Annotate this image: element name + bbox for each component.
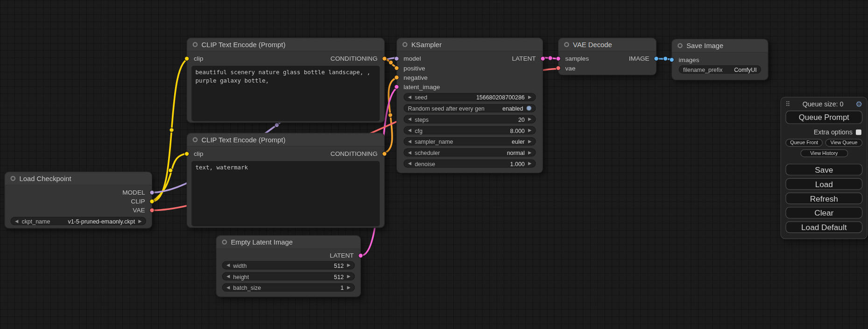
collapse-dot-icon[interactable] (222, 239, 227, 245)
prompt-text-area[interactable]: text, watermark (191, 161, 380, 226)
node-graph-canvas[interactable]: Load Checkpoint MODEL CLIP VAE ◀ ckpt_na… (0, 0, 868, 329)
decrement-icon[interactable]: ◀ (408, 117, 411, 122)
widget-steps[interactable]: ◀ steps 20 ▶ (403, 115, 536, 124)
widget-value: euler (512, 138, 525, 145)
node-title-bar[interactable]: Load Checkpoint (5, 172, 152, 185)
input-dot-images[interactable] (669, 57, 674, 62)
input-dot-clip[interactable] (184, 56, 190, 61)
increment-icon[interactable]: ▶ (528, 161, 531, 166)
widget-cfg[interactable]: ◀ cfg 8.000 ▶ (403, 126, 536, 134)
input-dot-samples[interactable] (556, 56, 561, 61)
slot-label: LATENT (330, 252, 353, 259)
slot-label: VAE (133, 207, 145, 213)
decrement-icon[interactable]: ◀ (408, 95, 411, 100)
output-dot-image[interactable] (654, 56, 659, 61)
increment-icon[interactable]: ▶ (528, 139, 531, 144)
widget-seed[interactable]: ◀ seed 156680208700286 ▶ (403, 93, 536, 101)
input-dot-positive[interactable] (394, 65, 399, 70)
queue-front-button[interactable]: Queue Front (785, 139, 822, 147)
toggle-icon[interactable] (527, 105, 532, 111)
node-title-bar[interactable]: VAE Decode (558, 38, 656, 51)
input-dot-latent-image[interactable] (394, 84, 399, 89)
widget-label: denoise (415, 160, 435, 167)
view-history-button[interactable]: View History (800, 149, 848, 157)
link-midpoint-dot (275, 123, 279, 127)
save-button[interactable]: Save (785, 164, 862, 175)
decrement-icon[interactable]: ◀ (408, 161, 411, 166)
decrement-icon[interactable]: ◀ (15, 218, 18, 224)
decrement-icon[interactable]: ◀ (408, 150, 411, 155)
input-dot-vae[interactable] (556, 65, 561, 70)
widget-label: sampler_name (415, 138, 453, 145)
queue-prompt-button[interactable]: Queue Prompt (785, 111, 862, 124)
view-queue-button[interactable]: View Queue (826, 139, 862, 147)
decrement-icon[interactable]: ◀ (408, 128, 411, 133)
collapse-dot-icon[interactable] (564, 42, 569, 47)
collapse-dot-icon[interactable] (193, 137, 198, 142)
widget-width[interactable]: ◀ width 512 ▶ (222, 261, 355, 270)
increment-icon[interactable]: ▶ (347, 274, 350, 279)
widget-value: 1 (340, 284, 344, 291)
clear-button[interactable]: Clear (785, 207, 862, 218)
widget-random-seed[interactable]: Random seed after every gen enabled (403, 104, 536, 112)
widget-batch-size[interactable]: ◀ batch_size 1 ▶ (222, 283, 355, 292)
collapse-dot-icon[interactable] (677, 43, 683, 48)
widget-sampler-name[interactable]: ◀ sampler_name euler ▶ (403, 137, 536, 146)
decrement-icon[interactable]: ◀ (226, 274, 230, 279)
output-dot-latent[interactable] (540, 56, 545, 61)
widget-ckpt-name[interactable]: ◀ ckpt_name v1-5-pruned-emaonly.ckpt ▶ (11, 217, 146, 225)
increment-icon[interactable]: ▶ (528, 150, 531, 155)
load-default-button[interactable]: Load Default (785, 221, 862, 233)
output-dot-vae[interactable] (149, 208, 155, 213)
slot-row: latent_image (397, 82, 543, 91)
node-clip-text-encode-positive[interactable]: CLIP Text Encode (Prompt) clip CONDITION… (187, 38, 385, 123)
widget-label: ckpt_name (21, 218, 50, 224)
node-save-image[interactable]: Save Image images filename_prefix ComfyU… (671, 39, 768, 80)
input-dot-clip[interactable] (184, 151, 190, 156)
node-title-bar[interactable]: CLIP Text Encode (Prompt) (187, 38, 384, 51)
node-load-checkpoint[interactable]: Load Checkpoint MODEL CLIP VAE ◀ ckpt_na… (4, 172, 152, 229)
prompt-text-area[interactable]: beautiful scenery nature glass bottle la… (191, 66, 380, 121)
refresh-button[interactable]: Refresh (785, 193, 862, 204)
widget-filename-prefix[interactable]: filename_prefix ComfyUI (679, 65, 762, 74)
increment-icon[interactable]: ▶ (347, 263, 350, 268)
node-vae-decode[interactable]: VAE Decode samples IMAGE vae (558, 38, 656, 76)
settings-gear-icon[interactable]: ⚙ (855, 99, 862, 108)
node-empty-latent-image[interactable]: Empty Latent Image LATENT ◀ width 512 ▶ … (216, 235, 361, 297)
collapse-dot-icon[interactable] (402, 42, 408, 47)
node-title-bar[interactable]: Save Image (672, 39, 768, 52)
increment-icon[interactable]: ▶ (347, 285, 350, 290)
node-title-bar[interactable]: KSampler (397, 38, 543, 51)
decrement-icon[interactable]: ◀ (226, 285, 230, 290)
widget-scheduler[interactable]: ◀ scheduler normal ▶ (403, 148, 536, 157)
menu-header: ⠿ Queue size: 0 ⚙ (781, 98, 867, 109)
output-dot-latent[interactable] (358, 253, 363, 258)
node-ksampler[interactable]: KSampler model LATENT positive negative … (396, 38, 543, 173)
output-dot-conditioning[interactable] (382, 56, 387, 61)
decrement-icon[interactable]: ◀ (408, 139, 411, 144)
output-dot-model[interactable] (149, 190, 155, 195)
increment-icon[interactable]: ▶ (138, 218, 141, 224)
slot-row: positive (397, 63, 543, 72)
widget-height[interactable]: ◀ height 512 ▶ (222, 272, 355, 280)
extra-options-checkbox[interactable] (856, 129, 861, 135)
widget-denoise[interactable]: ◀ denoise 1.000 ▶ (403, 159, 536, 168)
collapse-dot-icon[interactable] (193, 42, 198, 47)
drag-handle-icon[interactable]: ⠿ (785, 100, 790, 108)
input-dot-negative[interactable] (394, 75, 399, 80)
increment-icon[interactable]: ▶ (528, 117, 531, 122)
load-button[interactable]: Load (785, 178, 862, 190)
node-title-bar[interactable]: CLIP Text Encode (Prompt) (187, 133, 384, 147)
increment-icon[interactable]: ▶ (528, 95, 531, 100)
increment-icon[interactable]: ▶ (528, 128, 531, 133)
node-clip-text-encode-negative[interactable]: CLIP Text Encode (Prompt) clip CONDITION… (187, 133, 385, 228)
slot-label: MODEL (122, 189, 145, 196)
widget-label: width (233, 262, 247, 268)
collapse-dot-icon[interactable] (11, 176, 16, 181)
input-dot-model[interactable] (394, 56, 399, 61)
link-midpoint-dot (388, 60, 393, 64)
output-dot-clip[interactable] (149, 199, 155, 204)
node-title-bar[interactable]: Empty Latent Image (217, 236, 360, 249)
decrement-icon[interactable]: ◀ (226, 263, 230, 268)
output-dot-conditioning[interactable] (382, 151, 387, 156)
